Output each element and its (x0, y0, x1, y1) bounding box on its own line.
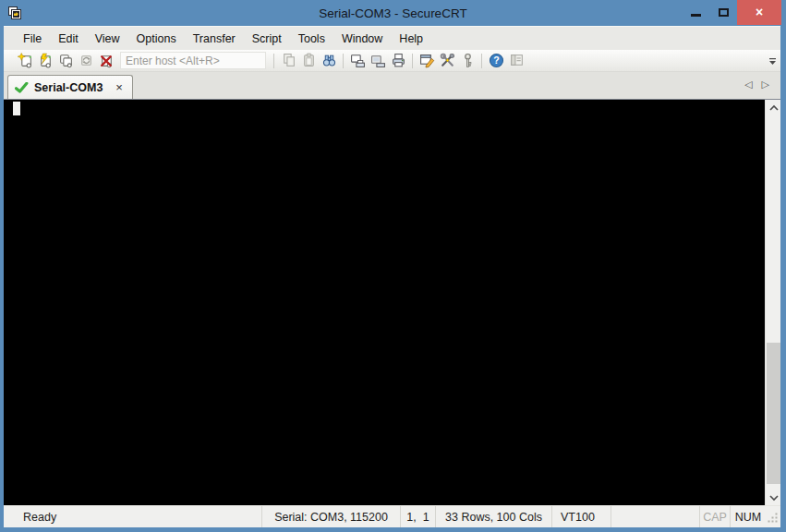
chevron-down-icon (768, 57, 777, 66)
connect-in-tab-button[interactable] (55, 52, 76, 70)
menu-help[interactable]: Help (391, 30, 431, 48)
toolbar-separator (481, 54, 482, 68)
print-eject-icon (370, 53, 386, 68)
status-cursor-position: 1, 1 (400, 506, 435, 527)
menu-bar: File Edit View Options Transfer Script T… (4, 26, 780, 50)
scrollbar-thumb[interactable] (767, 343, 780, 484)
print-icon (391, 53, 406, 68)
connected-check-icon (15, 82, 29, 93)
disconnect-icon (99, 53, 115, 68)
find-button[interactable] (319, 52, 339, 70)
vertical-scrollbar[interactable] (765, 100, 780, 505)
terminal-cursor (13, 102, 20, 115)
scrollbar-down-button[interactable] (766, 490, 781, 505)
print-screen-icon (350, 53, 366, 68)
scrollbar-up-button[interactable] (766, 100, 781, 115)
tab-bar: Serial-COM3 × ◁ ▷ (4, 72, 780, 99)
tab-scroll-right-button[interactable]: ▷ (760, 78, 771, 91)
copy-button[interactable] (278, 52, 298, 70)
quick-connect-button[interactable] (35, 52, 55, 70)
status-ready: Ready (4, 506, 261, 527)
tab-scroll-left-button[interactable]: ◁ (743, 78, 754, 91)
terminal-screen[interactable] (4, 100, 765, 505)
toolbar-overflow-button[interactable] (767, 54, 778, 68)
minimize-icon (691, 14, 701, 17)
toolbar: ? (4, 50, 780, 72)
menu-script[interactable]: Script (244, 30, 290, 48)
copy-icon (281, 53, 296, 68)
reconnect-button[interactable] (76, 52, 96, 70)
status-grid-size: 33 Rows, 100 Cols (435, 506, 551, 527)
global-options-button[interactable] (437, 52, 457, 70)
window-content: File Edit View Options Transfer Script T… (4, 26, 780, 527)
print-eject-button[interactable] (368, 52, 388, 70)
maximize-button[interactable] (709, 0, 737, 25)
tab-close-button[interactable]: × (114, 81, 125, 93)
menu-file[interactable]: File (15, 30, 50, 48)
svg-text:?: ? (493, 54, 499, 66)
app-icon (7, 6, 22, 20)
status-bar: Ready Serial: COM3, 115200 1, 1 33 Rows,… (4, 505, 780, 527)
menu-edit[interactable]: Edit (50, 30, 87, 48)
tab-label: Serial-COM3 (34, 81, 103, 94)
host-input[interactable] (120, 52, 266, 69)
window-title: Serial-COM3 - SecureCRT (0, 0, 786, 26)
maximize-icon (719, 8, 729, 17)
connect-in-tab-icon (58, 53, 74, 68)
toolbar-separator (273, 54, 274, 68)
status-emulation: VT100 (551, 506, 611, 527)
reconnect-icon (79, 53, 94, 68)
status-caps-lock: CAP (699, 506, 730, 527)
titlebar[interactable]: Serial-COM3 - SecureCRT × (0, 0, 786, 26)
terminal-region (4, 99, 780, 505)
menu-window[interactable]: Window (333, 30, 391, 48)
key-generator-button[interactable] (457, 52, 478, 70)
session-options-button[interactable] (417, 52, 437, 70)
menu-view[interactable]: View (87, 30, 128, 48)
resize-grip-icon (768, 512, 779, 523)
connect-icon (18, 53, 33, 68)
status-connection: Serial: COM3, 115200 (261, 506, 400, 527)
tab-serial-com3[interactable]: Serial-COM3 × (7, 75, 133, 99)
paste-button[interactable] (298, 52, 319, 70)
global-options-icon (440, 53, 455, 68)
toolbar-separator (412, 54, 413, 68)
quick-connect-icon (38, 53, 54, 68)
status-num-lock: NUM (730, 506, 766, 527)
toolbar-separator (343, 54, 344, 68)
connect-button[interactable] (15, 52, 35, 70)
status-spacer (611, 506, 699, 527)
print-screen-button[interactable] (347, 52, 368, 70)
disconnect-button[interactable] (96, 52, 116, 70)
session-manager-icon (509, 53, 525, 68)
session-manager-button[interactable] (506, 52, 526, 70)
close-button[interactable]: × (737, 0, 781, 25)
find-icon (321, 53, 337, 68)
session-options-icon (419, 53, 435, 68)
paste-icon (301, 53, 317, 68)
menu-tools[interactable]: Tools (290, 30, 333, 48)
help-icon: ? (489, 53, 504, 68)
menu-transfer[interactable]: Transfer (185, 30, 244, 48)
key-icon (460, 53, 476, 68)
securecrt-window: Serial-COM3 - SecureCRT × File Edit View… (0, 0, 786, 532)
help-button[interactable]: ? (486, 52, 506, 70)
print-button[interactable] (388, 52, 408, 70)
menu-options[interactable]: Options (128, 30, 185, 48)
chevron-down-icon (769, 494, 779, 502)
chevron-up-icon (769, 104, 779, 112)
minimize-button[interactable] (682, 0, 709, 25)
resize-grip[interactable] (766, 506, 780, 527)
close-icon: × (756, 6, 763, 18)
